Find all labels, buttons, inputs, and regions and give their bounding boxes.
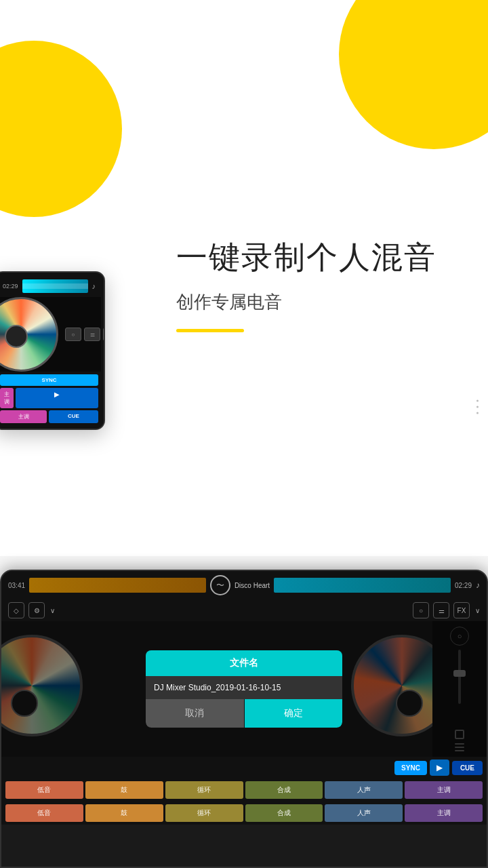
effect-button-合成[interactable]: 合成: [245, 781, 323, 799]
btn-row-sync: SYNC: [0, 374, 98, 386]
tablet-first: 02:29 ♪ ○ ⚌: [0, 271, 105, 430]
scroll-indicator: [476, 400, 479, 414]
play-lg-button[interactable]: ▶: [430, 760, 449, 776]
scroll-dot-2: [476, 406, 479, 408]
fx-button[interactable]: FX: [103, 328, 105, 341]
sync-button[interactable]: SYNC: [0, 374, 98, 386]
loop-icon-2[interactable]: ○: [413, 602, 429, 618]
dialog-overlay: 文件名 取消 确定: [1, 621, 487, 757]
tablet-inner: 02:29 ♪ ○ ⚌: [0, 273, 104, 429]
diamond-symbol: ◇: [14, 607, 19, 614]
mixer-track-name: Disco Heart: [235, 582, 270, 589]
dialog-title: 文件名: [146, 650, 342, 676]
eq-icon: ⚌: [90, 332, 95, 338]
dialog-buttons: 取消 确定: [146, 699, 342, 728]
gear-icon[interactable]: ⚙: [28, 602, 45, 618]
cue-lg-button[interactable]: CUE: [452, 761, 483, 775]
mixer-time-left: 03:41: [8, 582, 25, 589]
fx-symbol: FX: [458, 607, 466, 614]
zhudiao2-button[interactable]: 主调: [0, 410, 47, 423]
turntable-center: [5, 325, 28, 348]
effect-button-鼓[interactable]: 鼓: [85, 781, 163, 799]
waveform-visual: [22, 279, 88, 293]
dialog-box: 文件名 取消 确定: [146, 650, 342, 728]
btn-row-play: 主调 ▶: [0, 388, 98, 408]
mixer-header: 03:41 〜 Disco Heart 02:29 ♪: [1, 571, 487, 599]
waveform-bar: 02:29 ♪: [0, 275, 101, 297]
effect-button-人声[interactable]: 人声: [325, 804, 403, 822]
effect-button-人声[interactable]: 人声: [325, 781, 403, 799]
mixer-icons-row: ◇ ⚙ ∨ ○ ⚌ FX ∨: [1, 599, 487, 621]
gear-symbol: ⚙: [34, 607, 40, 614]
loop-symbol: ○: [419, 607, 423, 614]
effect-button-循环[interactable]: 循环: [165, 804, 243, 822]
btn-row-cue: 主调 CUE: [0, 410, 98, 423]
mixer-waveform-right: [274, 578, 451, 593]
chevron-right-icon[interactable]: ∨: [475, 607, 480, 614]
cue-button[interactable]: CUE: [49, 410, 98, 423]
mixer-main: ○ 文件名: [1, 621, 487, 757]
music-note-2-icon: ♪: [476, 580, 480, 590]
mixer-sync-row: SYNC ▶ CUE: [1, 757, 487, 778]
effects-grid-2: 低音鼓循环合成人声主调: [1, 802, 487, 825]
tablet-second: 03:41 〜 Disco Heart 02:29 ♪ ◇ ⚙ ∨ ○ ⚌: [0, 570, 488, 868]
main-title: 一键录制个人混音: [176, 237, 474, 278]
bottom-section: 03:41 〜 Disco Heart 02:29 ♪ ◇ ⚙ ∨ ○ ⚌: [0, 556, 488, 868]
effect-button-主调[interactable]: 主调: [405, 804, 483, 822]
top-section: 一键录制个人混音 创作专属电音 02:29 ♪ ○: [0, 0, 488, 556]
eq-button[interactable]: ⚌: [84, 328, 100, 341]
zhudiao1-button[interactable]: 主调: [0, 388, 14, 408]
effect-button-主调[interactable]: 主调: [405, 781, 483, 799]
yellow-accent-line: [176, 329, 244, 332]
eq-icon-2[interactable]: ⚌: [433, 602, 449, 618]
filename-input[interactable]: [146, 676, 342, 699]
title-area: 一键录制个人混音 创作专属电音: [176, 237, 474, 332]
fx-icon-2[interactable]: FX: [453, 602, 470, 618]
loop-button[interactable]: ○: [65, 328, 81, 341]
pulse-symbol: 〜: [216, 580, 224, 591]
confirm-button[interactable]: 确定: [245, 699, 343, 728]
turntable-area: ○ ⚌ FX: [0, 297, 101, 372]
eq-symbol: ⚌: [439, 607, 445, 614]
mixer-waveform-left: [29, 578, 206, 593]
diamond-icon[interactable]: ◇: [8, 602, 24, 618]
ctrl-row-top: ○ ⚌ FX: [65, 311, 105, 358]
effect-button-低音[interactable]: 低音: [5, 781, 83, 799]
sub-title: 创作专属电音: [176, 290, 474, 314]
chevron-down-icon[interactable]: ∨: [50, 607, 55, 614]
music-note-icon: ♪: [92, 282, 96, 290]
mixer-time-right: 02:29: [455, 582, 472, 589]
loop-icon: ○: [72, 332, 75, 338]
play-button[interactable]: ▶: [16, 388, 98, 408]
turntable-disc: [0, 297, 58, 372]
bottom-buttons: SYNC 主调 ▶ 主调 CUE: [0, 372, 101, 426]
scroll-dot-1: [476, 400, 479, 402]
effect-button-低音[interactable]: 低音: [5, 804, 83, 822]
effects-grid-1: 低音鼓循环合成人声主调: [1, 778, 487, 802]
cancel-button[interactable]: 取消: [146, 699, 244, 728]
sync-lg-button[interactable]: SYNC: [394, 761, 427, 775]
time-display: 02:29: [3, 283, 18, 290]
effect-button-循环[interactable]: 循环: [165, 781, 243, 799]
scroll-dot-3: [476, 412, 479, 414]
effect-button-鼓[interactable]: 鼓: [85, 804, 163, 822]
controls-right: ○ ⚌ FX: [65, 311, 105, 358]
effect-button-合成[interactable]: 合成: [245, 804, 323, 822]
pulse-icon: 〜: [210, 575, 230, 595]
